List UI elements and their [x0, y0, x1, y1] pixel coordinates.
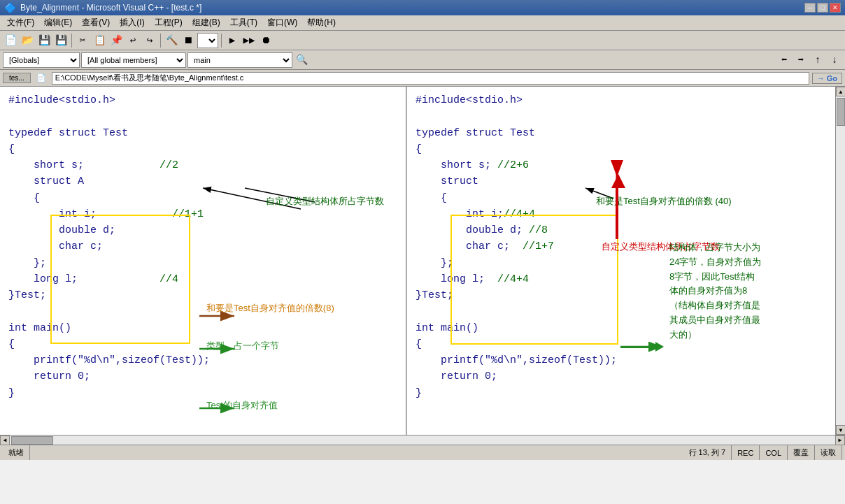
copy-btn[interactable]: 📋 — [92, 33, 107, 48]
vertical-scrollbar[interactable]: ▲ ▼ — [835, 87, 845, 435]
scroll-right-btn[interactable]: ▶ — [835, 435, 845, 445]
right-include: #include<stdio.h> — [416, 94, 523, 106]
menu-edit[interactable]: 编辑(E) — [40, 15, 76, 30]
tb2-btn2[interactable]: ➡ — [793, 52, 809, 68]
menu-tools[interactable]: 工具(T) — [226, 15, 262, 30]
globals-dropdown[interactable]: [Globals] — [3, 52, 80, 68]
scroll-up-btn[interactable]: ▲ — [836, 87, 845, 96]
save-btn[interactable]: 💾 — [36, 33, 52, 48]
minimize-button[interactable]: ─ — [804, 3, 816, 13]
right-brace1: { — [416, 143, 422, 155]
left-test-end: }Test; — [8, 289, 46, 301]
menu-window[interactable]: 窗口(W) — [263, 15, 301, 30]
left-return: return 0; — [8, 370, 90, 382]
scroll-down-btn[interactable]: ▼ — [836, 425, 845, 435]
right-side-annotation: 结构体，占字节大小为24字节，自身对齐值为8字节，因此Test结构体的自身对齐值… — [669, 240, 816, 343]
horizontal-scrollbar: ◀ ▶ — [0, 435, 845, 445]
right-printf: printf("%d\n",sizeof(Test)); — [416, 354, 617, 366]
go-button[interactable]: → Go — [812, 73, 842, 84]
left-int-i: int i; //1+1 — [8, 208, 204, 220]
right-typedef: typedef struct Test — [416, 127, 535, 139]
function-dropdown[interactable]: main — [187, 52, 292, 68]
scroll-left-btn[interactable]: ◀ — [0, 435, 10, 445]
nav-path: E:\CODE\Myself\看书及思考随笔\Byte_Alignment\te… — [52, 72, 809, 85]
left-struct-brace1: { — [8, 192, 40, 204]
left-printf: printf("%d\n",sizeof(Test)); — [8, 354, 210, 366]
debug-btn[interactable]: ▶ — [225, 33, 240, 48]
left-typedef: typedef struct Test — [8, 127, 128, 139]
breakpoint-btn[interactable]: ⏺ — [258, 33, 274, 48]
left-code-panel: #include<stdio.h> typedef struct Test { … — [0, 87, 406, 435]
sep1 — [71, 34, 72, 48]
menu-help[interactable]: 帮助(H) — [303, 15, 340, 30]
left-top-annotation: 自定义类型结构体所占字节数 — [266, 195, 384, 208]
run-btn[interactable]: ▶▶ — [241, 33, 257, 48]
scroll-thumb[interactable] — [837, 98, 845, 126]
right-struct: struct — [416, 175, 478, 187]
left-include: #include<stdio.h> — [8, 94, 115, 106]
new-btn[interactable]: 📄 — [3, 33, 18, 48]
filter-btn[interactable]: 🔍 — [294, 52, 309, 68]
menu-file[interactable]: 文件(F) — [3, 15, 38, 30]
left-int-main: int main() — [8, 322, 71, 334]
left-main-brace: { — [8, 338, 15, 350]
scroll-h-thumb[interactable] — [11, 436, 53, 445]
save-all-btn[interactable]: 💾 — [53, 33, 69, 48]
right-main-brace: { — [416, 338, 422, 350]
redo-btn[interactable]: ↪ — [142, 33, 157, 48]
scroll-track — [836, 96, 845, 425]
toolbar1: 📄 📂 💾 💾 ✂ 📋 📌 ↩ ↪ 🔨 ⏹ ▶ ▶▶ ⏺ — [0, 31, 845, 50]
stop-btn[interactable]: ⏹ — [180, 33, 196, 48]
paste-btn[interactable]: 📌 — [108, 33, 124, 48]
sep3 — [221, 34, 222, 48]
nav-tabs: tes... — [3, 73, 31, 83]
status-read: 读取 — [815, 445, 842, 460]
nav-path-text: E:\CODE\Myself\看书及思考随笔\Byte_Alignment\te… — [55, 73, 244, 83]
title-bar: 🔷 Byte_Alignment - Microsoft Visual C++ … — [0, 0, 845, 15]
right-long-l: long l; //4+4 — [416, 273, 529, 285]
nav-tab-test[interactable]: tes... — [3, 73, 31, 83]
left-struct-a: struct A — [8, 175, 84, 187]
menu-project[interactable]: 工程(P) — [150, 15, 187, 30]
tb2-btn3[interactable]: ↑ — [810, 52, 825, 68]
sep2 — [160, 34, 161, 48]
right-short: short s; //2+6 — [416, 159, 529, 171]
status-position: 行 13, 列 7 — [683, 445, 732, 460]
right-end-brace: } — [416, 387, 422, 399]
members-dropdown[interactable]: [All global members] — [81, 52, 186, 68]
right-code-panel: #include<stdio.h> typedef struct Test { … — [407, 87, 835, 435]
window-controls: ─ □ ✕ — [804, 3, 841, 13]
cut-btn[interactable]: ✂ — [75, 33, 90, 48]
right-char-c: char c; //1+7 — [416, 240, 554, 252]
menu-bar: 文件(F) 编辑(E) 查看(V) 插入(I) 工程(P) 组建(B) 工具(T… — [0, 15, 845, 31]
left-align-annotation: Test的自身对齐值 — [206, 399, 278, 412]
nav-bar: tes... 📄 E:\CODE\Myself\看书及思考随笔\Byte_Ali… — [0, 70, 845, 87]
config-dropdown[interactable] — [197, 33, 218, 48]
left-short: short s; //2 — [8, 159, 178, 171]
right-red-arrow-body — [616, 187, 618, 239]
status-col: COL — [760, 445, 788, 460]
editor-area: #include<stdio.h> typedef struct Test { … — [0, 87, 845, 435]
status-overlay: 覆盖 — [788, 445, 815, 460]
left-code: #include<stdio.h> typedef struct Test { … — [8, 92, 397, 401]
tb2-btn1[interactable]: ⬅ — [776, 52, 792, 68]
maximize-button[interactable]: □ — [817, 3, 828, 13]
right-struct-end: }; — [416, 257, 453, 269]
left-end-brace: } — [8, 387, 15, 399]
tb2-btn4[interactable]: ↓ — [827, 52, 842, 68]
left-type-annotation: 类型，占一个字节 — [206, 340, 279, 352]
open-btn[interactable]: 📂 — [20, 33, 35, 48]
menu-insert[interactable]: 插入(I) — [115, 15, 148, 30]
left-long-l: long l; //4 — [8, 273, 178, 285]
undo-btn[interactable]: ↩ — [125, 33, 141, 48]
menu-build[interactable]: 组建(B) — [188, 15, 225, 30]
left-double-d: double d; — [8, 224, 115, 236]
status-bar: 就绪 行 13, 列 7 REC COL 覆盖 读取 — [0, 445, 845, 460]
right-red-arrow-head — [611, 174, 625, 188]
toolbar2: [Globals] [All global members] main 🔍 ⬅ … — [0, 50, 845, 70]
build-btn[interactable]: 🔨 — [164, 33, 179, 48]
close-button[interactable]: ✕ — [830, 3, 841, 13]
right-int-main: int main() — [416, 322, 478, 334]
right-int-i: int i;//4+4 — [416, 208, 535, 220]
menu-view[interactable]: 查看(V) — [78, 15, 114, 30]
